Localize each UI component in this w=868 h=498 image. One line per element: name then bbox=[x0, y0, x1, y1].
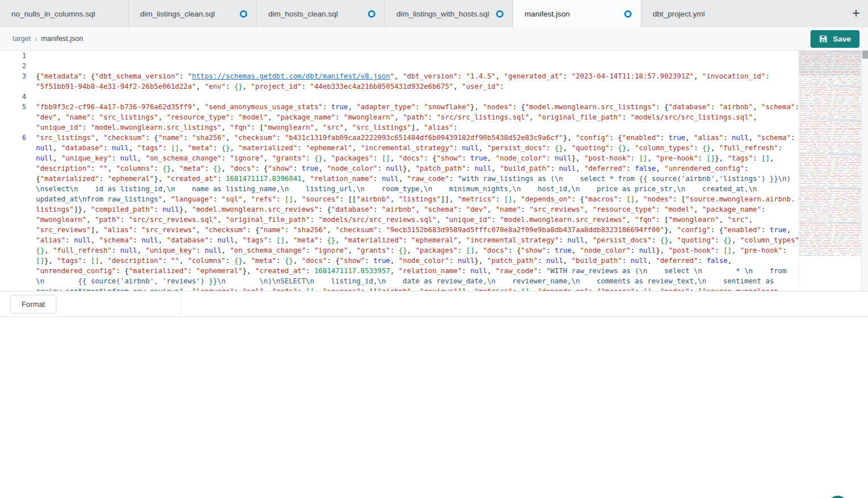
code-line[interactable]: []}, "tags": [], "description": "", "col… bbox=[0, 256, 799, 266]
format-button[interactable]: Format bbox=[10, 295, 56, 314]
new-tab-button[interactable]: + bbox=[847, 5, 865, 22]
code-line-text: "description": "", "columns": {}, "meta"… bbox=[26, 163, 799, 174]
code-line-text bbox=[26, 51, 799, 61]
code-line-text: {"metadata": {"dbt_schema_version": "htt… bbox=[26, 71, 799, 81]
tab-dim_listings_with_hosts.sql[interactable]: dim_listings_with_hosts.sql bbox=[384, 0, 513, 27]
results-panel-empty bbox=[0, 317, 868, 498]
code-line[interactable]: review_sentiment\nfrom raw_reviews", "la… bbox=[0, 286, 799, 291]
line-number bbox=[0, 153, 26, 163]
code-line-text bbox=[26, 92, 799, 102]
unsaved-indicator-dot[interactable] bbox=[368, 10, 375, 18]
code-line-text: {}, "full_refresh": null, "unique_key": … bbox=[26, 245, 799, 256]
save-button[interactable]: Save bbox=[810, 30, 859, 48]
tab-label: dim_listings_with_hosts.sql bbox=[396, 10, 489, 18]
line-number: 5 bbox=[0, 102, 26, 112]
breadcrumb-file: manifest.json bbox=[41, 35, 83, 43]
line-number bbox=[0, 174, 26, 184]
tab-label: dim_hosts_clean.sql bbox=[268, 10, 338, 18]
code-line-text: "unique_id": "model.mwonglearn.src_listi… bbox=[26, 122, 799, 133]
tab-label: no_nulls_in_columns.sql bbox=[11, 10, 95, 18]
code-line[interactable]: 1 bbox=[0, 51, 799, 61]
code-line[interactable]: 5"fbb9f3c2-cf96-4a17-b736-976a62d35ff9",… bbox=[0, 102, 799, 112]
line-number bbox=[0, 122, 26, 133]
vertical-scrollbar[interactable] bbox=[861, 51, 868, 291]
tab-label: manifest.json bbox=[525, 10, 570, 18]
code-line-text: "src_reviews"], "alias": "src_reviews", … bbox=[26, 225, 799, 235]
code-line-text: null, "database": null, "tags": [], "met… bbox=[26, 143, 799, 153]
code-line-text: "5f51bb91-94b8-4e31-94f2-26b5e061d22a", … bbox=[26, 81, 799, 92]
code-line[interactable]: "unique_id": "model.mwonglearn.src_listi… bbox=[0, 122, 799, 133]
line-number: 4 bbox=[0, 92, 26, 102]
code-line-text: "unrendered_config": {"materialized": "e… bbox=[26, 266, 799, 276]
code-line[interactable]: listings"]}, "compiled_path": null}, "mo… bbox=[0, 204, 799, 215]
breadcrumb-bar: target › manifest.json Save bbox=[0, 27, 868, 51]
code-line[interactable]: \nselect\n id as listing_id,\n name as l… bbox=[0, 184, 799, 194]
line-number bbox=[0, 163, 26, 174]
code-line-text: listings"]}, "compiled_path": null}, "mo… bbox=[26, 204, 799, 215]
code-editor: 123{"metadata": {"dbt_schema_version": "… bbox=[0, 51, 868, 291]
line-number: 3 bbox=[0, 71, 26, 81]
code-line-text: \n {{ source('airbnb', 'reviews') }}\n \… bbox=[26, 276, 799, 286]
code-line[interactable]: 2 bbox=[0, 61, 799, 71]
line-number bbox=[0, 256, 26, 266]
code-line-text bbox=[26, 61, 799, 71]
minimap-viewport[interactable] bbox=[799, 51, 861, 76]
line-number: 1 bbox=[0, 51, 26, 61]
code-line[interactable]: null, "unique_key": null, "on_schema_cha… bbox=[0, 153, 799, 163]
line-number bbox=[0, 184, 26, 194]
code-line[interactable]: null, "database": null, "tags": [], "met… bbox=[0, 143, 799, 153]
code-line[interactable]: "5f51bb91-94b8-4e31-94f2-26b5e061d22a", … bbox=[0, 81, 799, 92]
code-line[interactable]: {"materialized": "ephemeral"}, "created_… bbox=[0, 174, 799, 184]
code-line[interactable]: "description": "", "columns": {}, "meta"… bbox=[0, 163, 799, 174]
line-number bbox=[0, 286, 26, 291]
tab-manifest.json[interactable]: manifest.json bbox=[513, 0, 641, 27]
code-line[interactable]: updated_at\nfrom raw_listings", "languag… bbox=[0, 194, 799, 204]
code-line-text: updated_at\nfrom raw_listings", "languag… bbox=[26, 194, 799, 204]
code-line-text: "alias": null, "schema": null, "database… bbox=[26, 235, 799, 245]
line-number bbox=[0, 81, 26, 92]
unsaved-indicator-dot[interactable] bbox=[624, 10, 632, 18]
floppy-icon bbox=[819, 35, 828, 43]
code-line[interactable]: "src_reviews"], "alias": "src_reviews", … bbox=[0, 225, 799, 235]
code-line[interactable]: 6"src_listings", "checksum": {"name": "s… bbox=[0, 133, 799, 143]
line-number bbox=[0, 204, 26, 215]
code-line-text: review_sentiment\nfrom raw_reviews", "la… bbox=[26, 286, 799, 291]
code-line[interactable]: "alias": null, "schema": null, "database… bbox=[0, 235, 799, 245]
line-number bbox=[0, 143, 26, 153]
line-number: 6 bbox=[0, 133, 26, 143]
line-number bbox=[0, 225, 26, 235]
line-number bbox=[0, 276, 26, 286]
tab-label: dim_listings_clean.sql bbox=[140, 10, 215, 18]
save-button-label: Save bbox=[833, 35, 851, 43]
minimap[interactable]: {"metadata": {"dbt_schema_version": "htt… bbox=[799, 51, 861, 291]
panel-divider bbox=[181, 291, 181, 316]
chevron-right-icon: › bbox=[35, 35, 37, 43]
code-pane[interactable]: 123{"metadata": {"dbt_schema_version": "… bbox=[0, 51, 799, 291]
tab-dbt_project.yml[interactable]: dbt_project.yml bbox=[641, 0, 769, 27]
unsaved-indicator-dot[interactable] bbox=[240, 10, 247, 18]
breadcrumb-target[interactable]: target bbox=[13, 35, 31, 43]
code-line[interactable]: {}, "full_refresh": null, "unique_key": … bbox=[0, 245, 799, 256]
code-line[interactable]: 3{"metadata": {"dbt_schema_version": "ht… bbox=[0, 71, 799, 81]
unsaved-indicator-dot[interactable] bbox=[496, 10, 503, 18]
code-line[interactable]: "unrendered_config": {"materialized": "e… bbox=[0, 266, 799, 276]
scrollbar-thumb[interactable] bbox=[862, 51, 868, 59]
tab-label: dbt_project.yml bbox=[653, 10, 705, 18]
code-line-text: "src_listings", "checksum": {"name": "sh… bbox=[26, 133, 799, 143]
tab-no_nulls_in_columns.sql[interactable]: no_nulls_in_columns.sql bbox=[0, 0, 128, 27]
code-line[interactable]: 4 bbox=[0, 92, 799, 102]
line-number: 2 bbox=[0, 61, 26, 71]
tab-bar: no_nulls_in_columns.sqldim_listings_clea… bbox=[0, 0, 868, 27]
line-number bbox=[0, 245, 26, 256]
code-line-text: \nselect\n id as listing_id,\n name as l… bbox=[26, 184, 799, 194]
code-line-text: null, "unique_key": null, "on_schema_cha… bbox=[26, 153, 799, 163]
code-line[interactable]: "dev", "name": "src_listings", "resource… bbox=[0, 112, 799, 122]
line-number bbox=[0, 194, 26, 204]
tab-dim_hosts_clean.sql[interactable]: dim_hosts_clean.sql bbox=[256, 0, 384, 27]
line-number bbox=[0, 215, 26, 225]
code-line[interactable]: \n {{ source('airbnb', 'reviews') }}\n \… bbox=[0, 276, 799, 286]
minimap-content: {"metadata": {"dbt_schema_version": "htt… bbox=[799, 51, 861, 256]
tab-dim_listings_clean.sql[interactable]: dim_listings_clean.sql bbox=[128, 0, 256, 27]
code-line[interactable]: "mwonglearn", "path": "src/src_reviews.s… bbox=[0, 215, 799, 225]
code-line-text: []}, "tags": [], "description": "", "col… bbox=[26, 256, 799, 266]
